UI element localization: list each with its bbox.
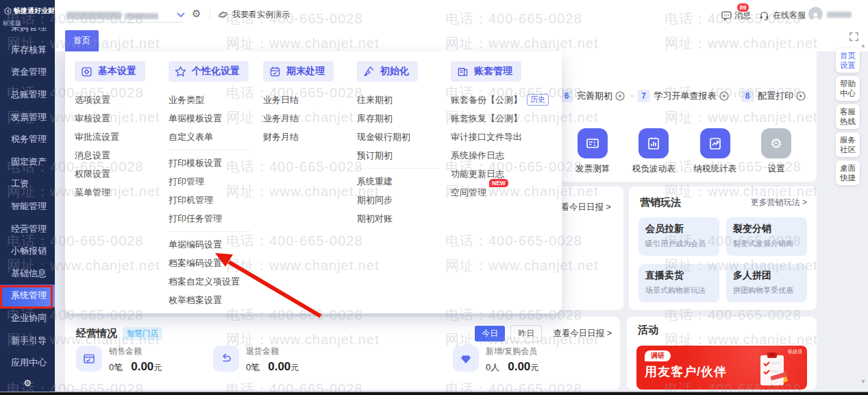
sidebar-item-税务管理[interactable]: 税务管理: [0, 128, 55, 151]
card-desc: 拼团购物享受优惠: [733, 285, 800, 296]
menu-section-title: 基本设置: [98, 65, 136, 77]
sidebar-item-总账管理[interactable]: 总账管理: [0, 84, 55, 106]
menu-item-往来期初[interactable]: 往来期初: [357, 91, 450, 109]
menu-item-账套备份【公测】[interactable]: 账套备份【公测】历史: [451, 91, 544, 109]
sidebar-item-智能管理[interactable]: 智能管理: [0, 195, 55, 218]
activity-card: 活动 调研 用友客户/伙伴 畅捷通: [627, 317, 817, 390]
menu-item-打印任务管理[interactable]: 打印任务管理: [169, 209, 262, 228]
chevron-down-icon[interactable]: [177, 12, 185, 18]
menu-item-账套恢复【公测】[interactable]: 账套恢复【公测】: [451, 109, 544, 128]
menu-item-枚举档案设置[interactable]: 枚举档案设置: [169, 291, 262, 309]
gear-icon[interactable]: ⚙: [192, 8, 201, 20]
menu-item-系统操作日志[interactable]: 系统操作日志: [451, 146, 544, 165]
menu-item-库存期初[interactable]: 库存期初: [357, 109, 450, 128]
marketing-card-live-selling[interactable]: 直播卖货 场景式购物新玩法: [638, 264, 719, 302]
sidebar-item-小畅报销[interactable]: 小畅报销: [0, 240, 55, 263]
user-avatar[interactable]: [808, 7, 823, 21]
scroll-down-icon[interactable]: ▼: [860, 379, 866, 385]
play-icon[interactable]: [719, 91, 729, 101]
sidebar-item-系统管理[interactable]: 系统管理: [0, 285, 55, 307]
marketing-card-member-acquisition[interactable]: 会员拉新 吸引用户成为会员: [638, 217, 719, 256]
history-button[interactable]: 历史: [527, 94, 549, 106]
menu-item-期初对账[interactable]: 期初对账: [357, 209, 450, 228]
more-marketing-link[interactable]: 更多营销玩法 >: [751, 197, 807, 208]
menu-item-权限设置[interactable]: 权限设置: [75, 165, 168, 183]
menu-item-业务日结[interactable]: 业务日结: [263, 91, 356, 109]
menu-item-档案编码设置[interactable]: 档案编码设置: [169, 254, 262, 272]
quick-rail-客服热线[interactable]: 客服热线: [836, 104, 860, 129]
marketing-card-group-buying[interactable]: 多人拼团 拼团购物享受优惠: [726, 264, 807, 302]
tile-label: 设置: [751, 163, 802, 175]
menu-item-菜单管理[interactable]: 菜单管理: [75, 183, 168, 202]
company-selector[interactable]: [65, 9, 183, 23]
initialization-icon: [362, 65, 375, 78]
today-button[interactable]: 今日: [475, 326, 505, 342]
card-desc: 场景式购物新玩法: [645, 285, 712, 296]
play-icon[interactable]: [796, 91, 806, 101]
menu-item-预订期初[interactable]: 预订期初: [357, 146, 450, 165]
tile-tax-stats-report[interactable]: 纳税统计表: [690, 128, 741, 175]
sidebar-item-资金管理[interactable]: 资金管理: [0, 61, 55, 84]
sidebar-item-发票管理[interactable]: 发票管理: [0, 106, 55, 128]
fullscreen-icon[interactable]: [850, 32, 858, 41]
business-overview-card: 经营情况 智慧门店 今日 昨日 查看今日日报 > 销售金额 0笔0.00元 退货…: [65, 317, 620, 390]
sidebar-item-企业协同[interactable]: 企业协同: [0, 307, 55, 330]
smart-store-tag: 智慧门店: [123, 327, 162, 340]
menu-item-打印机管理[interactable]: 打印机管理: [169, 191, 262, 209]
headset-icon: [759, 10, 769, 21]
play-icon[interactable]: [615, 91, 625, 101]
menu-item-业务类型[interactable]: 业务类型: [169, 91, 262, 109]
sidebar-item-应用中心[interactable]: 应用中心: [0, 352, 55, 374]
sidebar-item-新手引导[interactable]: 新手引导: [0, 329, 55, 352]
menu-item-空间管理[interactable]: 空间管理NEW: [451, 183, 544, 202]
menu-item-审核设置[interactable]: 审核设置: [75, 109, 168, 128]
menu-item-消息设置[interactable]: 消息设置: [75, 146, 168, 165]
sidebar-item-基础信息[interactable]: 基础信息: [0, 263, 55, 285]
new-badge: NEW: [489, 179, 508, 187]
online-service-label: 在线客服: [773, 10, 806, 21]
menu-item-财务月结[interactable]: 财务月结: [263, 128, 356, 146]
survey-banner[interactable]: 调研 用友客户/伙伴 畅捷通: [636, 346, 807, 390]
sidebar-gear-icon[interactable]: ⚙: [0, 378, 55, 388]
stat-label: 退货金额: [246, 346, 299, 357]
sidebar-item-库存核算[interactable]: 库存核算: [0, 39, 55, 62]
menu-item-期初同步[interactable]: 期初同步: [357, 191, 450, 209]
online-service-button[interactable]: 在线客服: [759, 10, 806, 21]
menu-item-业务月结[interactable]: 业务月结: [263, 109, 356, 128]
menu-item-单据编码设置[interactable]: 单据编码设置: [169, 235, 262, 254]
menu-item-系统重建[interactable]: 系统重建: [357, 172, 450, 191]
tile-invoice-calc[interactable]: 发票测算: [567, 128, 618, 175]
survey-tag: 调研: [645, 350, 671, 361]
tab-home[interactable]: 首页: [65, 30, 99, 51]
view-daily-report-link[interactable]: 查看今日日报 >: [553, 328, 612, 339]
tile-settings[interactable]: ⚙ 设置: [751, 128, 802, 175]
company-name-redacted: [66, 12, 121, 19]
sidebar-item-固定资产[interactable]: 固定资产: [0, 151, 55, 173]
clipboard-illustration: [758, 351, 789, 387]
menu-item-打印模板设置[interactable]: 打印模板设置: [169, 154, 262, 172]
menu-item-审计接口文件导出[interactable]: 审计接口文件导出: [451, 128, 544, 146]
menu-item-审批流设置[interactable]: 审批流设置: [75, 128, 168, 146]
tax-wave-report-icon: [638, 128, 669, 158]
quick-rail-服务社区[interactable]: 服务社区: [836, 132, 860, 157]
logo-title: 畅捷通好业财: [14, 6, 55, 16]
menu-item-打印管理[interactable]: 打印管理: [169, 172, 262, 191]
yesterday-button[interactable]: 昨日: [510, 325, 542, 342]
demo-planet-icon: [218, 10, 228, 20]
menu-item-现金银行期初[interactable]: 现金银行期初: [357, 128, 450, 146]
sidebar-item-工资[interactable]: 工资: [0, 173, 55, 195]
menu-item-单据模板设置[interactable]: 单据模板设置: [169, 109, 262, 128]
menu-item-自定义表单[interactable]: 自定义表单: [169, 128, 262, 146]
menu-item-档案自定义项设置[interactable]: 档案自定义项设置: [169, 272, 262, 291]
scroll-up-icon[interactable]: ▲: [860, 43, 866, 49]
sidebar-item-经营管理[interactable]: 经营管理: [0, 217, 55, 240]
tile-tax-wave-report[interactable]: 税负波动表: [628, 128, 679, 175]
quick-rail-桌面快捷[interactable]: 桌面快捷: [836, 160, 860, 185]
banner-title: 用友客户/伙伴: [645, 363, 727, 380]
quick-rail-帮助中心[interactable]: 帮助中心: [836, 76, 860, 101]
menu-item-选项设置[interactable]: 选项设置: [75, 91, 168, 109]
marketing-card-fission-distribution[interactable]: 裂变分销 裂变式发展分销商: [726, 217, 807, 256]
sidebar: 采购管理库存核算资金管理总账管理发票管理税务管理固定资产工资智能管理经营管理小畅…: [0, 0, 55, 392]
demo-link[interactable]: 我要看实例演示: [218, 9, 290, 21]
quick-rail-首页设置[interactable]: 首页设置: [836, 48, 860, 73]
